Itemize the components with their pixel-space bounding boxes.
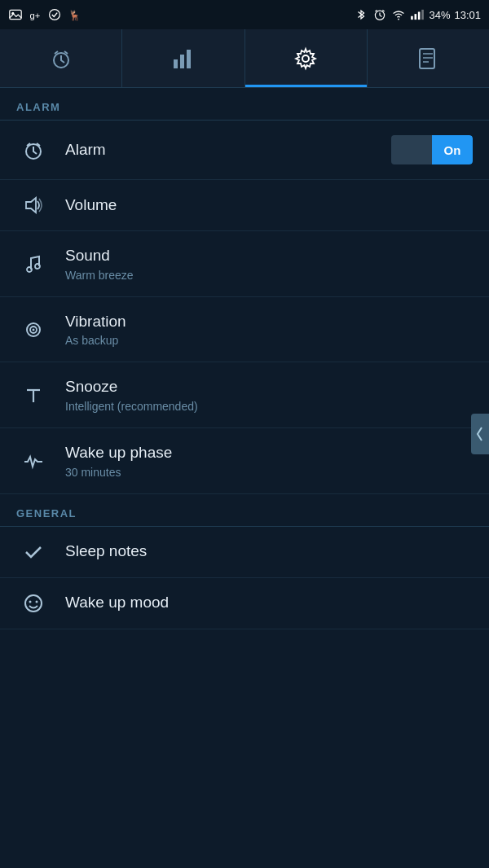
sound-item-content: Sound Warm breeze xyxy=(65,246,473,282)
svg-point-37 xyxy=(36,600,38,603)
alarm-toggle[interactable]: On xyxy=(391,135,473,164)
alarm-item[interactable]: Alarm On xyxy=(0,121,489,180)
vibration-item-title: Vibration xyxy=(65,312,473,332)
sleep-notes-icon xyxy=(16,541,51,563)
signal-icon xyxy=(410,7,425,22)
time-display: 13:01 xyxy=(454,9,481,21)
wake-up-phase-title: Wake up phase xyxy=(65,443,473,463)
svg-rect-16 xyxy=(174,59,178,68)
google-plus-icon: g+ xyxy=(28,7,42,22)
vibration-item-subtitle: As backup xyxy=(65,334,473,347)
alarm-item-title: Alarm xyxy=(65,140,391,160)
wake-up-mood-icon xyxy=(16,593,51,614)
tab-settings[interactable] xyxy=(245,29,368,87)
sleep-notes-content: Sleep notes xyxy=(65,541,473,562)
sleep-notes-title: Sleep notes xyxy=(65,541,473,562)
wake-up-mood-item[interactable]: Wake up mood xyxy=(0,578,489,629)
volume-item[interactable]: Volume xyxy=(0,180,489,231)
tab-journal[interactable] xyxy=(368,29,489,87)
alarm-tab-icon xyxy=(49,46,73,71)
alarm-section: ALARM Alarm On xyxy=(0,88,489,494)
svg-rect-9 xyxy=(412,16,414,20)
snooze-item[interactable]: Snooze Intelligent (recommended) xyxy=(0,362,489,428)
wake-up-phase-content: Wake up phase 30 minutes xyxy=(65,443,473,479)
checkmark-icon xyxy=(23,541,44,563)
wake-up-phase-icon xyxy=(16,450,51,471)
bluetooth-icon xyxy=(354,7,368,22)
alarm-section-header: ALARM xyxy=(0,88,489,120)
svg-point-19 xyxy=(302,55,309,62)
svg-rect-12 xyxy=(422,10,425,20)
volume-item-title: Volume xyxy=(65,195,473,216)
svg-rect-0 xyxy=(10,10,21,19)
battery-text: 34% xyxy=(429,9,450,21)
wake-up-phase-subtitle: 30 minutes xyxy=(65,466,473,479)
volume-item-content: Volume xyxy=(65,195,473,216)
volume-icon xyxy=(23,195,44,216)
sound-item-icon xyxy=(16,253,51,274)
nav-tabs xyxy=(0,29,489,88)
sleep-notes-item[interactable]: Sleep notes xyxy=(0,527,489,578)
wake-up-mood-title: Wake up mood xyxy=(65,593,473,613)
snooze-item-content: Snooze Intelligent (recommended) xyxy=(65,377,473,413)
wake-up-phase-item[interactable]: Wake up phase 30 minutes xyxy=(0,428,489,494)
alarm-item-content: Alarm xyxy=(65,140,391,160)
general-section-header: GENERAL xyxy=(0,494,489,526)
svg-rect-20 xyxy=(420,49,434,68)
status-bar: g+ 🦌 xyxy=(0,0,489,29)
alarm-status-icon xyxy=(372,7,387,22)
tab-alarm[interactable] xyxy=(0,29,122,87)
snooze-item-subtitle: Intelligent (recommended) xyxy=(65,400,473,413)
toggle-on-label: On xyxy=(432,135,473,164)
vibration-item-icon xyxy=(16,319,51,340)
image-icon xyxy=(8,7,23,22)
svg-point-35 xyxy=(25,595,42,612)
smiley-icon xyxy=(23,593,44,614)
svg-rect-11 xyxy=(418,12,421,20)
snooze-item-title: Snooze xyxy=(65,377,473,397)
deer-icon: 🦌 xyxy=(67,7,82,22)
alarm-toggle-switch[interactable]: On xyxy=(391,135,473,164)
wake-up-mood-content: Wake up mood xyxy=(65,593,473,613)
svg-point-36 xyxy=(29,600,32,603)
side-handle-icon xyxy=(475,426,485,442)
status-bar-right-icons: 34% 13:01 xyxy=(354,7,481,22)
svg-text:🦌: 🦌 xyxy=(68,9,81,21)
snooze-icon xyxy=(23,384,44,406)
general-section: GENERAL Sleep notes Wake up mood xyxy=(0,494,489,629)
svg-marker-27 xyxy=(26,198,36,213)
settings-tab-icon xyxy=(293,46,318,71)
svg-point-3 xyxy=(50,10,60,20)
vibration-item-content: Vibration As backup xyxy=(65,312,473,348)
alarm-item-icon xyxy=(16,139,51,160)
svg-rect-17 xyxy=(180,55,184,68)
stats-tab-icon xyxy=(171,46,196,71)
side-handle[interactable] xyxy=(471,414,489,454)
svg-point-32 xyxy=(33,328,35,331)
sound-item-title: Sound xyxy=(65,246,473,266)
svg-point-8 xyxy=(398,19,399,20)
status-bar-left-icons: g+ 🦌 xyxy=(8,7,82,22)
wifi-icon xyxy=(391,7,406,22)
check-circle-icon xyxy=(47,7,62,22)
vibration-item[interactable]: Vibration As backup xyxy=(0,297,489,363)
journal-tab-icon xyxy=(416,46,440,71)
tab-stats[interactable] xyxy=(122,29,244,87)
heartbeat-icon xyxy=(23,450,44,471)
vibration-icon xyxy=(23,319,44,340)
snooze-item-icon xyxy=(16,384,51,406)
sound-item[interactable]: Sound Warm breeze xyxy=(0,231,489,297)
toggle-off-label xyxy=(391,135,432,164)
sound-item-subtitle: Warm breeze xyxy=(65,269,473,282)
svg-rect-18 xyxy=(187,50,191,68)
svg-rect-10 xyxy=(415,14,417,20)
music-note-icon xyxy=(23,253,44,274)
alarm-clock-icon xyxy=(23,139,44,160)
volume-item-icon xyxy=(16,195,51,216)
svg-text:g+: g+ xyxy=(30,11,41,20)
